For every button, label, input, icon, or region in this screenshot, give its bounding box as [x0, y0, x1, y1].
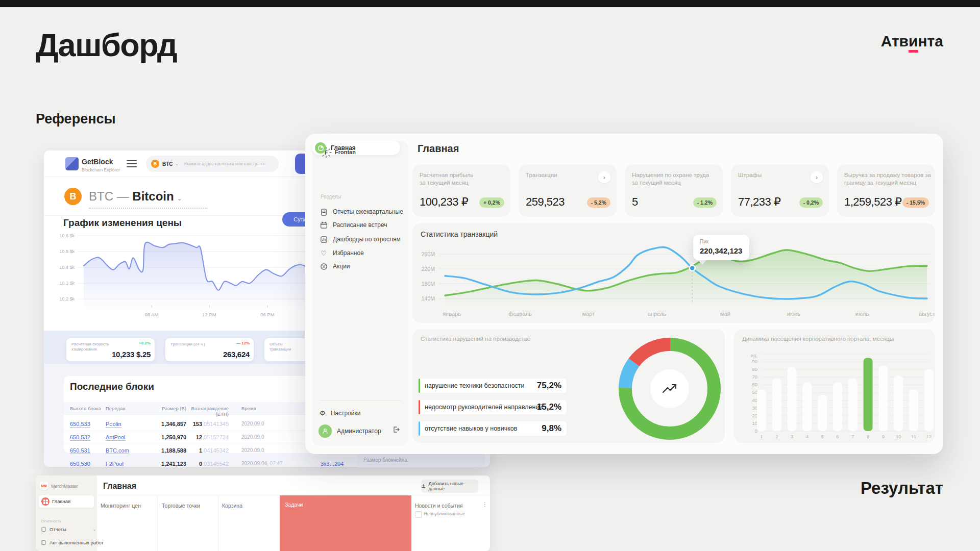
sidebar-item-settings[interactable]: ⚙ Настройки: [320, 409, 361, 417]
calendar-icon: [320, 221, 328, 229]
tasks-column-label: Задачи: [285, 502, 303, 508]
size-cell: 1,188,588: [151, 447, 186, 454]
chevron-right-icon[interactable]: ›: [811, 171, 823, 183]
svg-text:11: 11: [911, 434, 916, 439]
bar-month-10[interactable]: [894, 375, 903, 431]
getblock-stat-value: 10,233 $.25: [112, 350, 151, 359]
user-name[interactable]: Администратор: [337, 428, 381, 435]
pair-name: Bitcoin: [132, 189, 174, 203]
top-dark-bar: [0, 0, 980, 7]
chevron-down-icon: ⌄: [177, 195, 182, 202]
block-height-link[interactable]: 650,530: [70, 461, 90, 467]
chart-data-point[interactable]: [690, 265, 695, 271]
block-height-link[interactable]: 650,532: [70, 434, 90, 441]
stat-card-value: 77,233 ₽: [738, 195, 780, 209]
bar-month-5[interactable]: [818, 395, 827, 431]
svg-text:8: 8: [867, 434, 869, 439]
blockchain-size-cell: Размер блокчейна:: [357, 454, 485, 467]
hash-cell: 3x3...204: [321, 461, 361, 467]
bar-month-3[interactable]: [788, 367, 797, 431]
sidebar: F Frontan Главная Разделы Отчеты ежеквар…: [312, 141, 408, 446]
add-data-button[interactable]: Добавить новые данные: [421, 480, 478, 493]
stat-card-badge: - 5,2%: [587, 197, 610, 208]
relayed-cell: Poolin: [106, 421, 146, 427]
stat-card-5: Выручка за продажу товаров заграницу за …: [837, 165, 935, 217]
sidebar-section-label: Разделы: [321, 194, 341, 199]
sidebar-item-5[interactable]: ♡Избранное: [320, 248, 364, 258]
bar-month-9[interactable]: [878, 366, 888, 431]
price-chart-title: График изменения цены: [63, 217, 182, 229]
sidebar-item-4[interactable]: Дашборды по отрослям: [320, 234, 401, 244]
bar-month-11[interactable]: [909, 389, 918, 431]
size-cell: 1,250,970: [151, 434, 186, 440]
stat-label-line: хэширования: [71, 347, 109, 352]
violations-chart-title: Статистика нарушений на производстве: [421, 336, 530, 342]
unpublished-label: Неопубликованные: [424, 511, 465, 516]
svg-text:70: 70: [752, 374, 757, 380]
stat-card-label-line: за текущий месяц: [420, 179, 473, 187]
time-cell: 2020.09.0: [241, 447, 298, 453]
stat-label-line: Расчётная скорость: [71, 342, 109, 347]
search-bar[interactable]: B BTC ⌄: [146, 156, 279, 172]
stat-card-label-line: границу за текущий месяц: [844, 179, 931, 187]
settings-label: Настройки: [331, 410, 361, 417]
svg-text:10: 10: [896, 434, 901, 439]
time-cell: 2020.09.0: [241, 421, 298, 427]
bar-month-7[interactable]: [848, 379, 857, 431]
tasks-column[interactable]: Задачи: [280, 495, 411, 551]
bar-month-6[interactable]: [833, 383, 842, 431]
merch-nav-item-1[interactable]: Отчеты⌄: [41, 527, 96, 532]
getblock-stat-label: Расчётная скоростьхэширования: [71, 342, 109, 352]
svg-text:10,4 $k: 10,4 $k: [59, 265, 75, 270]
legend-value: 15,2%: [537, 402, 561, 412]
bar-month-8[interactable]: [864, 358, 873, 431]
bar-month-12[interactable]: [924, 369, 934, 431]
kebab-menu-icon[interactable]: ⋮: [482, 502, 487, 507]
pair-title[interactable]: BTC — Bitcoin⌄: [89, 189, 182, 204]
violations-chart-card: Статистика нарушений на производстве нар…: [412, 329, 725, 443]
dashboards-icon: [320, 235, 328, 243]
svg-text:4: 4: [806, 434, 808, 439]
merch-nav-item-2[interactable]: Акт выполненных работ: [41, 540, 104, 545]
chevron-right-icon[interactable]: ›: [598, 171, 610, 183]
pool-link[interactable]: AntPool: [106, 434, 126, 441]
getblock-stat-value: 263,624: [223, 350, 250, 359]
block-hash-link[interactable]: 3x3...204: [321, 461, 344, 467]
getblock-stat-label: Транзакции (24 ч.): [170, 342, 205, 347]
bitcoin-icon: B: [64, 188, 82, 205]
stat-label-line: Объём: [270, 342, 291, 347]
search-coin-select[interactable]: BTC: [162, 161, 173, 167]
pool-link[interactable]: BTC.com: [106, 447, 129, 454]
tooltip-label: Пик: [700, 239, 708, 244]
svg-text:9: 9: [882, 434, 885, 439]
result-dashboard: F Frontan Главная Разделы Отчеты ежеквар…: [305, 134, 943, 454]
block-height-cell: 650,533: [70, 421, 104, 427]
reward-cell: 12.05152734: [188, 434, 229, 440]
pool-link[interactable]: F2Pool: [106, 461, 124, 467]
pool-link[interactable]: Poolin: [106, 421, 121, 428]
stat-card-label: Транзакции: [526, 171, 557, 179]
bar-month-2[interactable]: [772, 379, 781, 431]
svg-text:2: 2: [775, 434, 778, 439]
bar-month-1[interactable]: [757, 389, 766, 431]
merch-nav-active[interactable]: Главная: [39, 495, 94, 508]
stat-card-label: Нарушения по охране трудаза текущий меся…: [632, 171, 709, 187]
unpublished-checkbox[interactable]: [415, 511, 422, 518]
logout-icon[interactable]: [392, 425, 400, 434]
gear-icon: ⚙: [320, 409, 326, 417]
stat-card-badge: + 0,2%: [479, 197, 504, 208]
sidebar-item-home-label: Главная: [331, 144, 356, 152]
block-height-link[interactable]: 650,533: [70, 421, 90, 428]
column-header: Вознаграждение (ETH): [188, 406, 229, 417]
legend-value: 75,2%: [537, 381, 561, 391]
divider: [218, 495, 218, 551]
sidebar-item-2[interactable]: Отчеты ежеквартальные: [320, 207, 403, 217]
hamburger-menu-icon[interactable]: [127, 160, 137, 167]
sidebar-item-3[interactable]: Расписание встреч: [320, 220, 387, 230]
stat-card-badge: - 0,2%: [799, 197, 823, 208]
block-height-link[interactable]: 650,531: [70, 447, 90, 454]
search-input[interactable]: [183, 161, 266, 167]
sidebar-item-6[interactable]: Акции: [320, 261, 350, 271]
stat-label-line: транзакции: [270, 347, 291, 352]
bar-month-4[interactable]: [802, 383, 812, 431]
